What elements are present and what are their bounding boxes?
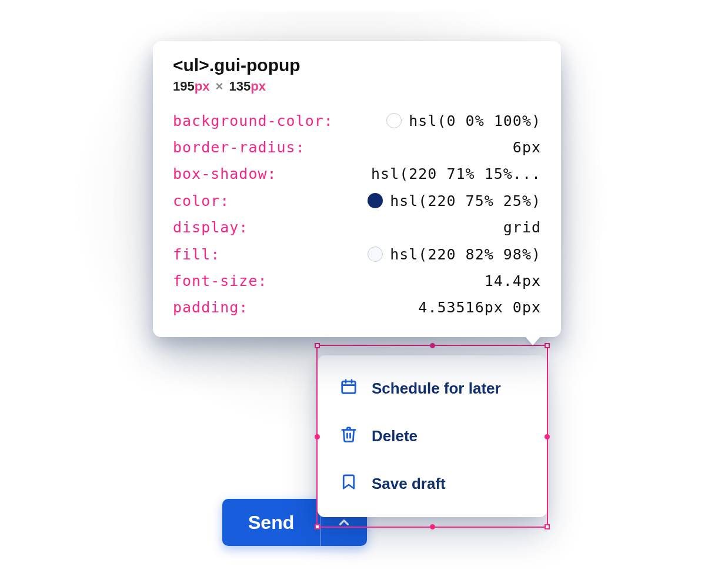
colon: :	[220, 194, 229, 208]
style-property: color	[173, 194, 220, 208]
style-row: color:hsl(220 75% 25%)	[173, 187, 541, 214]
colon: :	[324, 114, 333, 128]
tooltip-element-tag: <ul>	[173, 55, 209, 75]
colon: :	[239, 220, 248, 235]
popup-item-label: Schedule for later	[372, 379, 501, 398]
trash-icon	[340, 425, 358, 447]
tooltip-mult-sign: ×	[213, 79, 226, 94]
tooltip-title: <ul>.gui-popup	[173, 55, 541, 75]
style-property: display	[173, 220, 239, 235]
send-button-label: Send	[248, 512, 294, 534]
style-value: 4.53516px 0px	[418, 300, 541, 315]
style-row: background-color:hsl(0 0% 100%)	[173, 107, 541, 134]
style-value: hsl(0 0% 100%)	[386, 113, 541, 128]
send-button[interactable]: Send	[222, 499, 321, 546]
tooltip-tail	[525, 336, 541, 345]
colon: :	[239, 300, 248, 315]
style-property: font-size	[173, 274, 258, 288]
colon: :	[211, 247, 220, 262]
tooltip-dimensions: 195px × 135px	[173, 79, 541, 94]
style-property: background-color	[173, 114, 324, 128]
popup-selection-wrapper: Schedule for laterDeleteSave draft	[318, 346, 547, 527]
colon: :	[258, 274, 267, 288]
tooltip-width-num: 195	[173, 79, 195, 94]
color-swatch-icon	[386, 113, 402, 128]
style-row: box-shadow:hsl(220 71% 15%...	[173, 161, 541, 187]
style-value-text: hsl(0 0% 100%)	[409, 114, 541, 128]
style-row: padding:4.53516px 0px	[173, 294, 541, 321]
style-value-text: hsl(220 82% 98%)	[390, 247, 541, 262]
style-value-text: hsl(220 71% 15%...	[371, 166, 541, 181]
colon: :	[268, 166, 277, 181]
style-property: box-shadow	[173, 166, 268, 181]
style-value: hsl(220 71% 15%...	[371, 166, 541, 181]
popup-item-label: Delete	[372, 427, 418, 445]
tooltip-height-unit: px	[251, 79, 266, 94]
popup-item[interactable]: Schedule for later	[318, 365, 547, 412]
style-value: 6px	[513, 140, 541, 155]
selection-handle[interactable]	[430, 524, 435, 529]
style-value: grid	[503, 220, 541, 235]
style-row: border-radius:6px	[173, 134, 541, 161]
style-value-text: hsl(220 75% 25%)	[390, 194, 541, 208]
colon: :	[296, 140, 305, 155]
style-property: padding	[173, 300, 239, 315]
style-value: hsl(220 82% 98%)	[368, 246, 541, 262]
calendar-icon	[340, 378, 358, 399]
style-row: fill:hsl(220 82% 98%)	[173, 241, 541, 268]
popup-item[interactable]: Delete	[318, 412, 547, 460]
style-property: fill	[173, 247, 211, 262]
svg-rect-0	[342, 381, 356, 393]
popup-item-label: Save draft	[372, 475, 446, 493]
popup-item[interactable]: Save draft	[318, 460, 547, 508]
style-value-text: grid	[503, 220, 541, 235]
style-row: font-size:14.4px	[173, 268, 541, 294]
inspector-tooltip: <ul>.gui-popup 195px × 135px background-…	[153, 41, 561, 337]
style-value-text: 6px	[513, 140, 541, 155]
style-value: hsl(220 75% 25%)	[368, 193, 541, 208]
color-swatch-icon	[368, 193, 383, 208]
tooltip-height-num: 135	[229, 79, 251, 94]
bookmark-icon	[340, 473, 358, 495]
style-value-text: 14.4px	[485, 274, 541, 288]
style-row: display:grid	[173, 214, 541, 241]
style-value: 14.4px	[485, 274, 541, 288]
tooltip-element-class: .gui-popup	[209, 55, 300, 75]
gui-popup: Schedule for laterDeleteSave draft	[318, 355, 547, 517]
color-swatch-icon	[368, 246, 383, 262]
style-property: border-radius	[173, 140, 296, 155]
selection-handle[interactable]	[545, 524, 550, 529]
tooltip-width-unit: px	[195, 79, 210, 94]
style-value-text: 4.53516px 0px	[418, 300, 541, 315]
